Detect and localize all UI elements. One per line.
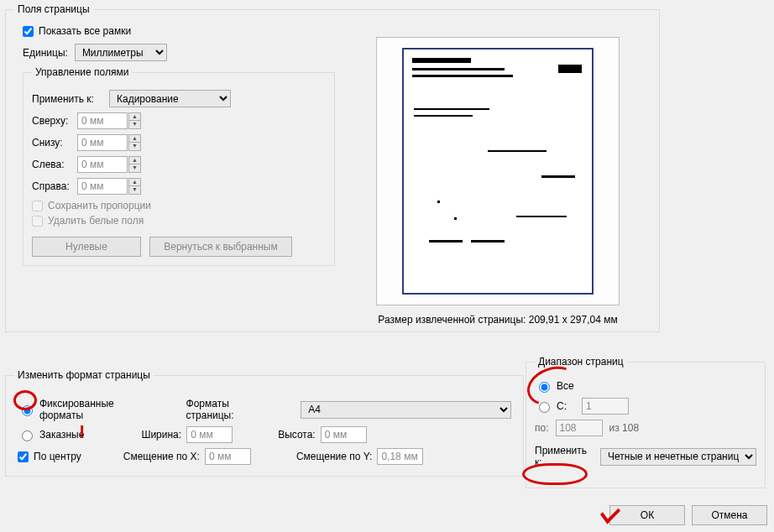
range-from-radio[interactable]: С: xyxy=(535,399,567,413)
height-input xyxy=(321,426,367,443)
zero-button[interactable]: Нулевые xyxy=(32,237,141,257)
width-label: Ширина: xyxy=(141,429,181,441)
right-margin-up[interactable]: ▲ xyxy=(128,178,141,186)
page-margins-group: Поля страницы Показать все рамки Единицы… xyxy=(5,3,660,332)
range-from-label: С: xyxy=(557,400,567,412)
page-margins-title: Поля страницы xyxy=(14,3,93,15)
top-margin-label: Сверху: xyxy=(32,115,77,127)
keep-proportions-label: Сохранить пропорции xyxy=(48,200,151,211)
range-from-value xyxy=(582,398,629,415)
apply-to-label: Применить к: xyxy=(32,93,109,105)
preview-box xyxy=(376,37,620,305)
top-margin-down[interactable]: ▼ xyxy=(128,121,141,129)
page-range-group: Диапазон страниц Все С: по: из 108 Приме… xyxy=(526,356,766,488)
resize-page-group: Изменить формат страницы Фиксированные ф… xyxy=(5,369,524,477)
range-to-value xyxy=(556,420,603,436)
show-all-frames-check[interactable]: Показать все рамки xyxy=(23,25,131,37)
page-preview: Размер извлеченной страницы: 209,91 x 29… xyxy=(347,37,649,326)
manage-margins-title: Управление полями xyxy=(32,66,132,78)
keep-proportions-check[interactable]: Сохранить пропорции xyxy=(32,200,151,211)
offset-y-input[interactable] xyxy=(377,448,423,465)
offset-y-label: Смещение по Y: xyxy=(296,451,373,462)
range-of-label: из 108 xyxy=(609,422,640,434)
page-range-title: Диапазон страниц xyxy=(535,356,627,368)
extracted-size-label: Размер извлеченной страницы: 209,91 x 29… xyxy=(347,314,649,326)
offset-x-input[interactable] xyxy=(205,448,251,465)
page-formats-label: Форматы страницы: xyxy=(186,398,276,421)
range-to-label: по: xyxy=(535,422,549,434)
left-margin-down[interactable]: ▼ xyxy=(128,164,141,173)
left-margin-input[interactable] xyxy=(77,156,128,173)
offset-x-label: Смещение по X: xyxy=(123,451,200,462)
left-margin-label: Слева: xyxy=(32,159,77,170)
range-from-input[interactable] xyxy=(539,402,550,413)
keep-proportions-input xyxy=(32,201,43,211)
bottom-margin-down[interactable]: ▼ xyxy=(128,143,141,151)
range-all-input[interactable] xyxy=(539,382,550,393)
units-label: Единицы: xyxy=(23,47,68,59)
bottom-margin-label: Снизу: xyxy=(32,137,77,149)
cancel-button[interactable]: Отмена xyxy=(692,505,767,525)
resize-page-title: Изменить формат страницы xyxy=(14,369,154,381)
height-label: Высота: xyxy=(278,429,316,441)
revert-button[interactable]: Вернуться к выбранным xyxy=(149,237,292,257)
range-applyto-label: Применить к: xyxy=(535,445,595,468)
range-all-label: Все xyxy=(557,380,574,392)
apply-to-select[interactable]: Кадирование xyxy=(109,90,231,107)
bottom-margin-up[interactable]: ▲ xyxy=(128,134,141,143)
fixed-formats-radio[interactable]: Фиксированные форматы xyxy=(18,398,154,421)
show-all-frames-input[interactable] xyxy=(23,26,34,37)
ok-button[interactable]: ОК xyxy=(609,505,685,525)
remove-white-input xyxy=(32,216,43,227)
fixed-formats-label: Фиксированные форматы xyxy=(39,398,154,421)
fixed-formats-input[interactable] xyxy=(22,405,33,416)
custom-input[interactable] xyxy=(22,430,33,441)
custom-radio[interactable]: Заказные xyxy=(18,428,84,441)
bottom-margin-input[interactable] xyxy=(77,134,128,151)
center-check[interactable]: По центру xyxy=(18,451,81,462)
remove-white-check[interactable]: Удалить белые поля xyxy=(32,215,144,227)
right-margin-label: Справа: xyxy=(32,180,77,192)
range-applyto-select[interactable]: Четные и нечетные страницы xyxy=(600,448,756,466)
left-margin-up[interactable]: ▲ xyxy=(128,156,141,164)
manage-margins-group: Управление полями Применить к: Кадирован… xyxy=(23,66,335,266)
top-margin-up[interactable]: ▲ xyxy=(128,112,141,121)
show-all-frames-label: Показать все рамки xyxy=(39,25,131,37)
page-formats-select[interactable]: A4 xyxy=(301,401,511,419)
center-label: По центру xyxy=(34,451,81,462)
remove-white-label: Удалить белые поля xyxy=(48,215,144,227)
width-input xyxy=(186,426,233,443)
top-margin-input[interactable] xyxy=(77,112,128,129)
center-input[interactable] xyxy=(18,451,29,462)
right-margin-input[interactable] xyxy=(77,178,128,195)
range-all-radio[interactable]: Все xyxy=(535,379,574,393)
preview-page xyxy=(402,48,594,295)
custom-label: Заказные xyxy=(39,429,84,441)
units-select[interactable]: Миллиметры xyxy=(75,44,167,61)
right-margin-down[interactable]: ▼ xyxy=(128,186,141,195)
